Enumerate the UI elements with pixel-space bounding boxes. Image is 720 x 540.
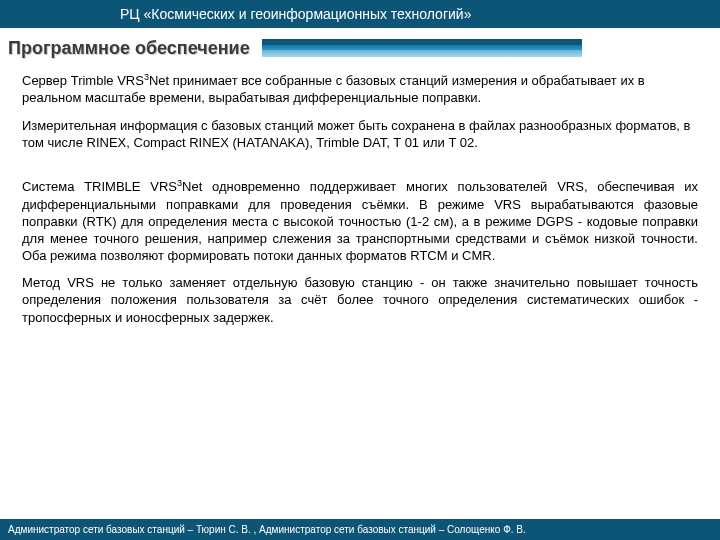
header-title: РЦ «Космических и геоинформационных техн…: [120, 6, 471, 22]
accent-bar: [262, 39, 582, 57]
paragraph-4: Метод VRS не только заменяет отдельную б…: [22, 274, 698, 325]
p3-text-a: Система TRIMBLE VRS: [22, 179, 177, 194]
paragraph-2: Измерительная информация с базовых станц…: [22, 117, 698, 151]
p2-text: Измерительная информация с базовых станц…: [22, 118, 691, 150]
paragraph-1: Сервер Trimble VRS3Net принимает все соб…: [22, 72, 698, 107]
p1-text-a: Сервер Trimble VRS: [22, 73, 144, 88]
subtitle-row: Программное обеспечение: [0, 28, 720, 64]
p4-text: Метод VRS не только заменяет отдельную б…: [22, 275, 698, 324]
footer-bar: Администратор сети базовых станций – Тюр…: [0, 519, 720, 540]
footer-text: Администратор сети базовых станций – Тюр…: [8, 524, 526, 535]
page-subtitle: Программное обеспечение: [0, 28, 250, 64]
header-bar: РЦ «Космических и геоинформационных техн…: [0, 0, 720, 28]
paragraph-3: Система TRIMBLE VRS3Net одновременно под…: [22, 178, 698, 264]
content-area: Сервер Trimble VRS3Net принимает все соб…: [0, 64, 720, 326]
